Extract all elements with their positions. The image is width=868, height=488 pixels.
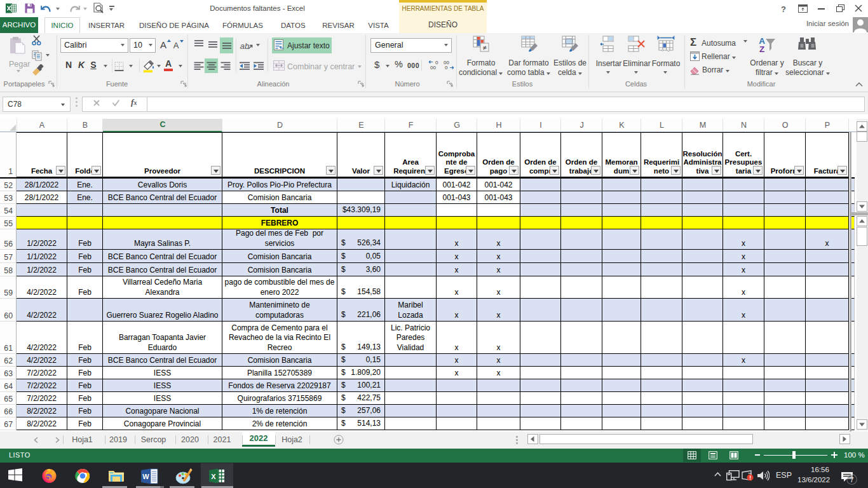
- svg-text:A: A: [160, 39, 166, 50]
- svg-text:?: ?: [781, 5, 786, 13]
- svg-text:A: A: [173, 41, 179, 50]
- svg-text:X: X: [211, 473, 216, 480]
- svg-text:00: 00: [430, 65, 436, 71]
- svg-text:Z: Z: [759, 44, 764, 53]
- svg-text:W: W: [142, 473, 149, 480]
- svg-text:≠: ≠: [482, 44, 486, 51]
- svg-text:7: 7: [850, 476, 853, 484]
- svg-text:ab: ab: [240, 41, 249, 51]
- svg-text:0: 0: [445, 65, 448, 71]
